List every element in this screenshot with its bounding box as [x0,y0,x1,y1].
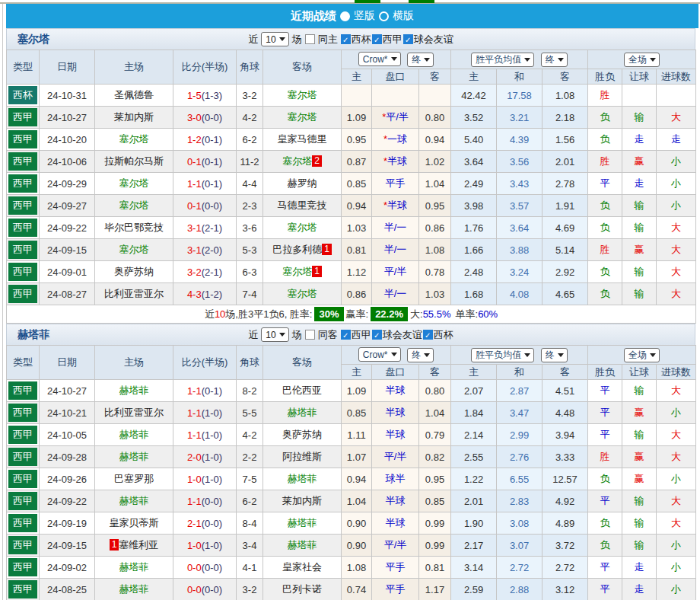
team-link[interactable]: 巴伦西亚 [282,385,322,396]
team-link[interactable]: 赫塔菲 [288,517,317,528]
avg-type-select[interactable]: 胜平负均值 [471,53,534,67]
team-link[interactable]: 塞尔塔 [282,155,312,167]
team-link[interactable]: 比利亚雷亚尔 [104,288,164,299]
team-link[interactable]: 塞尔塔 [288,288,317,299]
team-link[interactable]: 奥萨苏纳 [114,266,154,277]
league-type-chip: 西甲 [8,263,37,281]
team-link[interactable]: 塞维利亚 [119,539,158,551]
team-link[interactable]: 塞尔塔 [119,199,149,211]
team-link[interactable]: 塞尔塔 [288,89,317,101]
team-link[interactable]: 赫塔菲 [119,583,149,595]
handicap-cell: 平/半 [372,535,419,557]
match-date: 24-09-15 [40,239,95,261]
vertical-layout-radio[interactable] [340,11,350,21]
chevron-down-icon [279,37,285,41]
odds-away: 0.94 [419,129,451,151]
team-link[interactable]: 阿拉维斯 [282,451,322,462]
team-link[interactable]: 塞尔塔 [288,222,317,233]
avg-draw-value: 2.83 [497,490,542,512]
team-link[interactable]: 皇家社会 [282,561,322,573]
result-value: 负 [588,261,622,283]
avg-type-select[interactable]: 胜平负均值 [471,348,534,362]
recent-count-select[interactable]: 10 [261,32,288,46]
team-link[interactable]: 赫塔菲 [288,407,317,418]
team-link[interactable]: 毕尔巴鄂竞技 [104,222,164,233]
team-name[interactable]: 塞尔塔 [18,33,49,46]
odds-source-select[interactable]: Crow* [358,347,401,362]
chevron-down-icon [650,58,656,62]
team-link[interactable]: 赫塔菲 [288,539,317,551]
team-link[interactable]: 圣佩德鲁 [114,89,154,101]
team-link[interactable]: 赫塔菲 [119,385,149,396]
league-filter-group: ✓西杯✓西甲✓球会友谊 [341,33,453,46]
team-link[interactable]: 巴塞罗那 [114,473,154,484]
horizontal-layout-radio[interactable] [379,11,389,21]
section-header-bar: 塞尔塔 近 10 场 同主 ✓西杯✓西甲✓球会友谊 [6,28,695,49]
team-link[interactable]: 赫塔菲 [119,495,149,506]
league-checkbox[interactable]: ✓ [341,330,351,340]
fulltime-score: 1-5 [187,90,202,101]
league-type-cell: 西杯 [7,85,40,107]
team-link[interactable]: 拉斯帕尔马斯 [104,155,164,167]
halftime-score: (0-1) [202,134,222,145]
team-link[interactable]: 赫塔菲 [119,561,149,573]
team-name[interactable]: 赫塔菲 [18,328,49,342]
league-checkbox[interactable]: ✓ [423,330,433,340]
team-link[interactable]: 赫塔菲 [288,473,317,484]
recent-count-select[interactable]: 10 [261,327,288,342]
team-link[interactable]: 马德里竞技 [278,199,327,211]
league-checkbox[interactable]: ✓ [372,34,382,44]
same-side-checkbox[interactable] [305,34,315,44]
league-type-cell: 西甲 [7,107,40,129]
team-link[interactable]: 巴拉多利德 [272,244,322,255]
avg-time-select[interactable]: 终 [541,348,568,362]
same-side-checkbox[interactable] [305,330,315,340]
col-header-odds-home: 主 [342,69,372,85]
goals-result-value: 小 [657,151,696,173]
avg-draw-value: 3.56 [497,151,542,173]
team-link[interactable]: 塞尔塔 [119,177,149,189]
team-link[interactable]: 塞尔塔 [119,133,149,145]
team-link[interactable]: 皇家马德里 [278,133,327,145]
team-link[interactable]: 赫罗纳 [288,177,317,189]
chevron-down-icon [424,353,430,357]
team-link[interactable]: 巴列卡诺 [282,583,322,595]
team-link[interactable]: 皇家贝蒂斯 [110,517,159,528]
rank-badge: 1 [312,266,322,277]
handicap-cell: 半球 [372,380,419,402]
team-link[interactable]: 莱加内斯 [114,111,154,123]
league-checkbox[interactable]: ✓ [403,34,413,44]
odds-time-select[interactable]: 终 [407,348,434,362]
odds-time-select[interactable]: 终 [407,53,434,67]
filter-controls: 近 10 场 同主 ✓西杯✓西甲✓球会友谊 [7,32,695,46]
summary-row: 近10场,胜3平1负6, 胜率:30%赢率:22.2%大:55.5%单率:60% [7,305,696,324]
fulltime-select[interactable]: 全场 [624,53,660,67]
odds-home: 1.12 [342,261,372,283]
team-link[interactable]: 比利亚雷亚尔 [104,407,164,418]
league-checkbox[interactable]: ✓ [341,34,351,44]
handicap-cell: 平/半 [372,446,419,468]
avg-time-select[interactable]: 终 [541,53,568,67]
team-link[interactable]: 塞尔塔 [119,244,149,255]
handicap-cell: 半球 [372,424,419,446]
odds-source-select[interactable]: Crow* [358,52,401,66]
team-link[interactable]: 塞尔塔 [282,266,312,277]
odds-away: 0.80 [419,107,451,129]
team-link[interactable]: 奥萨苏纳 [282,429,322,440]
result-value: 负 [588,217,622,239]
fulltime-select[interactable]: 全场 [624,348,660,362]
team-link[interactable]: 莱加内斯 [282,495,322,506]
team-link[interactable]: 赫塔菲 [119,451,149,462]
team-link[interactable]: 塞尔塔 [288,111,317,123]
team-link[interactable]: 赫塔菲 [119,429,149,440]
avg-home-value: 2.48 [451,261,497,283]
handicap-cell: 半球 [372,512,419,535]
fulltime-score: 2-1 [187,518,202,529]
goals-result-value: 大 [657,424,696,446]
match-date: 24-09-29 [40,173,95,195]
score-cell: 0-1(0-0) [173,195,237,217]
corner-score: 3-6 [237,217,263,239]
avg-draw-value: 3.64 [497,217,542,239]
league-checkbox[interactable]: ✓ [372,330,382,340]
clipped-row-above [0,0,700,4]
